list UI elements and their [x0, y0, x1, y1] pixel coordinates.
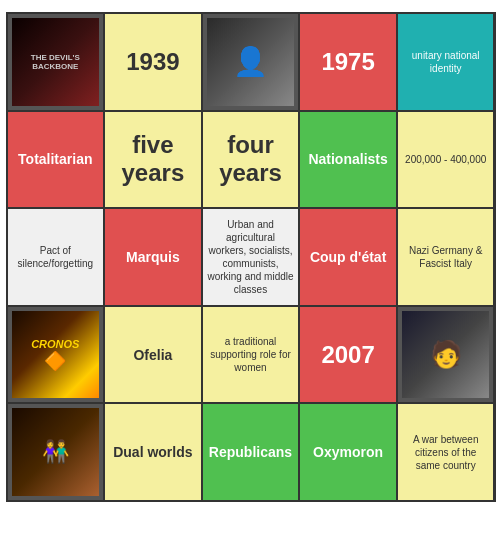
cell-text-4-2: Republicans	[209, 444, 292, 460]
cell-4-4: A war between citizens of the same count…	[398, 404, 494, 500]
cell-3-0: CRONOS🔶	[8, 307, 104, 403]
cell-text-0-3: 1975	[321, 48, 374, 76]
cell-text-0-1: 1939	[126, 48, 179, 76]
cell-0-4: unitary national identity	[398, 14, 494, 110]
cell-0-1: 1939	[105, 14, 201, 110]
cell-text-2-0: Pact of silence/forgetting	[12, 244, 100, 270]
cell-0-3: 1975	[300, 14, 396, 110]
cell-text-1-4: 200,000 - 400,000	[405, 153, 486, 166]
cell-text-2-1: Marquis	[126, 249, 180, 265]
cell-1-3: Nationalists	[300, 112, 396, 208]
cell-1-0: Totalitarian	[8, 112, 104, 208]
cell-4-1: Dual worlds	[105, 404, 201, 500]
cell-3-4: 🧑	[398, 307, 494, 403]
cell-3-2: a traditional supporting role for women	[203, 307, 299, 403]
cell-text-3-3: 2007	[321, 341, 374, 369]
cell-text-2-3: Coup d'état	[310, 249, 386, 265]
cell-2-0: Pact of silence/forgetting	[8, 209, 104, 305]
cell-text-4-3: Oxymoron	[313, 444, 383, 460]
cell-0-2: 👤	[203, 14, 299, 110]
cell-4-2: Republicans	[203, 404, 299, 500]
cell-2-1: Marquis	[105, 209, 201, 305]
cell-text-3-2: a traditional supporting role for women	[207, 335, 295, 374]
cell-text-1-0: Totalitarian	[18, 151, 92, 167]
cell-text-1-3: Nationalists	[308, 151, 387, 167]
cell-text-2-2: Urban and agricultural workers, socialis…	[207, 218, 295, 296]
cell-3-1: Ofelia	[105, 307, 201, 403]
cell-text-4-4: A war between citizens of the same count…	[402, 433, 490, 472]
cell-3-3: 2007	[300, 307, 396, 403]
bingo-header	[16, 0, 486, 12]
cell-0-0: THE DEVIL'SBACKBONE	[8, 14, 104, 110]
cell-text-4-1: Dual worlds	[113, 444, 192, 460]
cell-text-0-4: unitary national identity	[402, 49, 490, 75]
cell-text-2-4: Nazi Germany & Fascist Italy	[402, 244, 490, 270]
cell-4-3: Oxymoron	[300, 404, 396, 500]
cell-2-2: Urban and agricultural workers, socialis…	[203, 209, 299, 305]
cell-1-2: four years	[203, 112, 299, 208]
cell-text-3-1: Ofelia	[133, 347, 172, 363]
cell-2-3: Coup d'état	[300, 209, 396, 305]
bingo-grid: THE DEVIL'SBACKBONE1939👤1975unitary nati…	[6, 12, 496, 502]
cell-text-1-2: four years	[207, 131, 295, 187]
cell-1-1: five years	[105, 112, 201, 208]
cell-4-0: 👫	[8, 404, 104, 500]
cell-1-4: 200,000 - 400,000	[398, 112, 494, 208]
cell-2-4: Nazi Germany & Fascist Italy	[398, 209, 494, 305]
cell-text-1-1: five years	[109, 131, 197, 187]
